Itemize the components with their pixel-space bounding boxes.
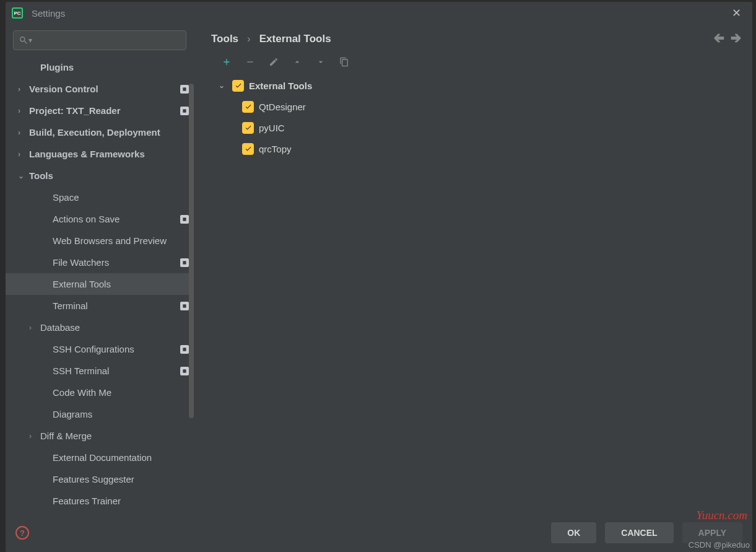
sidebar-item-label: Tools [29, 170, 189, 181]
expand-icon[interactable]: › [18, 85, 29, 94]
sidebar-item-ssh-configurations[interactable]: SSH Configurations [6, 338, 194, 360]
expand-icon[interactable]: ⌄ [18, 172, 29, 180]
project-badge-icon [180, 215, 189, 224]
window-title: Settings [32, 8, 65, 19]
tool-checkbox[interactable] [242, 143, 254, 155]
group-label: External Tools [249, 81, 312, 91]
sidebar-item-features-suggester[interactable]: Features Suggester [6, 468, 194, 490]
svg-rect-5 [183, 348, 186, 351]
sidebar-item-label: External Documentation [53, 452, 189, 463]
move-up-button[interactable] [292, 56, 303, 68]
pycharm-icon: PC [12, 7, 23, 19]
settings-tree[interactable]: Plugins›Version Control›Project: TXT_Rea… [6, 54, 194, 514]
help-button[interactable]: ? [15, 526, 29, 540]
nav-forward-icon[interactable]: 🡲 [731, 33, 741, 45]
scrollbar-thumb[interactable] [189, 84, 194, 418]
tool-item-pyuic[interactable]: pyUIC [219, 117, 741, 138]
sidebar-item-web-browsers-and-preview[interactable]: Web Browsers and Preview [6, 230, 194, 252]
settings-dialog: PC Settings ✕ ▾ Plugins›Version Control›… [6, 2, 752, 552]
add-button[interactable] [221, 56, 232, 68]
sidebar-item-project-txt-reader[interactable]: ›Project: TXT_Reader [6, 100, 194, 121]
breadcrumb-root[interactable]: Tools [211, 33, 238, 45]
sidebar-item-label: Terminal [53, 300, 180, 311]
tools-group-row[interactable]: ⌄ External Tools [219, 75, 741, 96]
expand-icon[interactable]: › [18, 150, 29, 159]
sidebar-item-languages-frameworks[interactable]: ›Languages & Frameworks [6, 143, 194, 165]
sidebar-item-file-watchers[interactable]: File Watchers [6, 252, 194, 273]
sidebar-item-version-control[interactable]: ›Version Control [6, 78, 194, 100]
tool-label: pyUIC [259, 123, 285, 133]
sidebar-item-ssh-terminal[interactable]: SSH Terminal [6, 360, 194, 382]
search-icon [19, 35, 28, 45]
copy-button[interactable] [339, 56, 350, 68]
sidebar-item-features-trainer[interactable]: Features Trainer [6, 490, 194, 512]
chevron-down-icon[interactable]: ⌄ [219, 81, 227, 90]
sidebar-item-label: Web Browsers and Preview [53, 235, 189, 246]
ok-button[interactable]: OK [551, 522, 596, 543]
move-down-button[interactable] [315, 56, 326, 68]
sidebar-item-label: Plugins [40, 62, 189, 72]
watermark-yuucn: Yuucn.com [697, 509, 747, 522]
breadcrumb-separator: › [247, 33, 251, 45]
svg-rect-2 [183, 217, 186, 221]
tool-label: QtDesigner [259, 102, 306, 112]
project-badge-icon [180, 85, 189, 94]
svg-rect-4 [183, 304, 186, 307]
sidebar-item-code-with-me[interactable]: Code With Me [6, 382, 194, 403]
svg-rect-3 [183, 261, 186, 264]
project-badge-icon [180, 302, 189, 310]
sidebar-item-database[interactable]: ›Database [6, 317, 194, 338]
svg-rect-6 [183, 369, 186, 372]
close-icon[interactable]: ✕ [727, 5, 746, 21]
project-badge-icon [180, 345, 189, 354]
sidebar-item-label: SSH Terminal [53, 366, 180, 376]
sidebar-item-external-tools[interactable]: External Tools [6, 273, 194, 295]
expand-icon[interactable]: › [18, 128, 29, 137]
breadcrumb: Tools › External Tools 🡰 🡲 [211, 33, 741, 45]
sidebar-item-label: Languages & Frameworks [29, 149, 189, 159]
search-caret: ▾ [28, 36, 32, 45]
titlebar: PC Settings ✕ [6, 2, 752, 24]
sidebar-item-label: Project: TXT_Reader [29, 105, 180, 116]
sidebar-item-tools[interactable]: ⌄Tools [6, 165, 194, 186]
remove-button[interactable] [245, 56, 256, 68]
sidebar-item-plugins[interactable]: Plugins [6, 56, 194, 78]
sidebar-item-external-documentation[interactable]: External Documentation [6, 447, 194, 468]
tool-item-qtdesigner[interactable]: QtDesigner [219, 96, 741, 117]
svg-rect-0 [183, 87, 186, 90]
svg-rect-1 [183, 109, 186, 112]
tool-label: qrcTopy [259, 144, 292, 154]
sidebar-item-build-execution-deployment[interactable]: ›Build, Execution, Deployment [6, 121, 194, 143]
sidebar-item-space[interactable]: Space [6, 186, 194, 208]
project-badge-icon [180, 367, 189, 375]
tool-checkbox[interactable] [242, 101, 254, 113]
edit-button[interactable] [268, 56, 279, 68]
sidebar-item-label: File Watchers [53, 257, 180, 268]
toolbar [211, 56, 741, 68]
group-checkbox[interactable] [232, 80, 244, 92]
sidebar-item-label: Build, Execution, Deployment [29, 127, 189, 138]
sidebar-item-label: Features Trainer [53, 496, 189, 506]
dialog-body: ▾ Plugins›Version Control›Project: TXT_R… [6, 24, 752, 514]
sidebar-item-label: External Tools [53, 279, 189, 289]
sidebar-item-label: Features Suggester [53, 474, 189, 484]
sidebar-item-label: SSH Configurations [53, 344, 180, 354]
sidebar-item-label: Space [53, 192, 189, 203]
project-badge-icon [180, 258, 189, 267]
breadcrumb-leaf: External Tools [259, 33, 331, 45]
expand-icon[interactable]: › [29, 432, 40, 440]
cancel-button[interactable]: CANCEL [605, 522, 673, 543]
search-input-wrap[interactable]: ▾ [13, 30, 186, 50]
expand-icon[interactable]: › [29, 323, 40, 332]
tool-checkbox[interactable] [242, 122, 254, 134]
nav-back-icon[interactable]: 🡰 [714, 33, 724, 45]
sidebar-item-label: Diff & Merge [40, 431, 189, 441]
sidebar-item-diagrams[interactable]: Diagrams [6, 403, 194, 425]
search-input[interactable] [36, 35, 181, 45]
expand-icon[interactable]: › [18, 107, 29, 115]
sidebar-item-diff-merge[interactable]: ›Diff & Merge [6, 425, 194, 447]
footer: ? OK CANCEL APPLY [6, 514, 752, 552]
tool-item-qrctopy[interactable]: qrcTopy [219, 138, 741, 159]
sidebar-item-terminal[interactable]: Terminal [6, 295, 194, 317]
sidebar-item-actions-on-save[interactable]: Actions on Save [6, 208, 194, 230]
